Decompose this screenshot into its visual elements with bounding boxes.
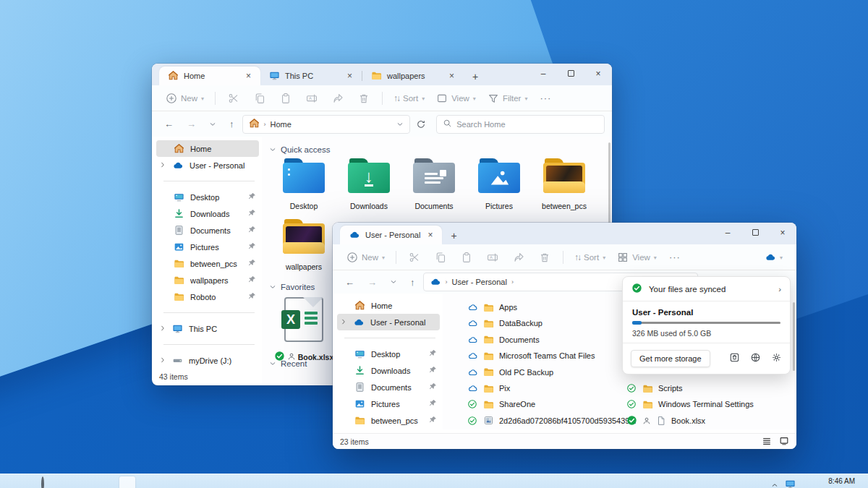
section-recent[interactable]: Recent <box>269 359 307 368</box>
view-button[interactable]: View ▾ <box>431 90 481 107</box>
taskbar-icon-skype-app[interactable] <box>221 478 233 488</box>
file-row[interactable]: Windows Terminal Settings <box>626 397 754 411</box>
search-box[interactable] <box>436 115 605 134</box>
breadcrumb-item[interactable]: User - Personal <box>452 278 507 286</box>
taskbar-icon-widgets-app[interactable] <box>61 478 72 488</box>
search-input[interactable] <box>456 120 550 129</box>
taskbar-icon-purple-app[interactable] <box>280 478 292 488</box>
large-icons-view-icon[interactable] <box>779 436 789 448</box>
delete-icon[interactable] <box>532 248 557 267</box>
sort-button[interactable]: ↑↓ Sort ▾ <box>569 249 610 265</box>
maximize-button[interactable] <box>557 64 584 84</box>
cut-icon[interactable] <box>221 89 246 108</box>
paste-icon[interactable] <box>273 89 298 108</box>
file-row[interactable]: Scripts <box>626 381 683 395</box>
chevron-right-icon[interactable] <box>159 161 166 170</box>
file-row[interactable]: ShareOne <box>467 397 535 411</box>
sidebar-item-home[interactable]: Home <box>337 297 440 314</box>
sidebar-item-pictures[interactable]: Pictures <box>337 395 440 412</box>
new-button[interactable]: New ▾ <box>161 90 209 107</box>
file-row[interactable]: 2d2d6ad072086bf4105700d5935439... <box>467 414 637 428</box>
up-icon[interactable]: ↑ <box>405 277 420 288</box>
share-icon[interactable] <box>326 89 350 108</box>
tab-user-personal[interactable]: User - Personal × <box>340 226 442 244</box>
refresh-icon[interactable] <box>413 119 429 129</box>
quick-access-tile-between-pcs[interactable]: between_pcs <box>532 158 596 210</box>
taskbar-icon-search-button[interactable] <box>41 478 53 488</box>
sidebar-item-home[interactable]: Home <box>156 140 259 157</box>
file-row[interactable]: Documents <box>467 333 540 347</box>
new-button[interactable]: New ▾ <box>341 249 390 266</box>
tray-network-icon[interactable] <box>785 479 796 488</box>
chevron-right-icon[interactable]: › <box>778 285 781 294</box>
sidebar-item-documents[interactable]: Documents <box>337 379 440 395</box>
get-more-storage-button[interactable]: Get more storage <box>631 350 710 367</box>
back-icon[interactable]: ← <box>159 119 179 129</box>
taskbar-icon-teams-app[interactable] <box>202 478 213 488</box>
taskbar-icon-gray-app[interactable] <box>299 478 311 488</box>
minimize-button[interactable]: – <box>714 223 741 243</box>
breadcrumb[interactable]: › Home <box>242 115 411 134</box>
tab-close-icon[interactable]: × <box>425 230 435 240</box>
maximize-button[interactable] <box>741 223 769 243</box>
sort-button[interactable]: ↑↓ Sort ▾ <box>388 90 430 106</box>
close-button[interactable]: × <box>584 64 612 84</box>
more-options-icon[interactable]: ··· <box>534 93 557 103</box>
view-button[interactable]: View ▾ <box>612 249 662 266</box>
content-scrollbar[interactable] <box>793 302 795 371</box>
cut-icon[interactable] <box>402 248 427 267</box>
file-row[interactable]: Microsoft Teams Chat Files <box>467 348 595 363</box>
taskbar-icon-store-app[interactable] <box>100 478 111 488</box>
filter-button[interactable]: Filter ▾ <box>482 90 533 107</box>
recycle-bin-icon[interactable] <box>729 352 740 366</box>
breadcrumb-item[interactable]: Home <box>271 120 292 129</box>
file-row[interactable]: Old PC Backup <box>467 365 553 380</box>
taskbar-icon-printer-app[interactable] <box>163 478 174 488</box>
globe-icon[interactable] <box>750 352 761 366</box>
taskbar-icon-this-pc-app[interactable] <box>143 478 155 488</box>
quick-access-tile-pictures[interactable]: Pictures <box>467 158 531 210</box>
sync-status-row[interactable]: Your files are synced › <box>623 277 790 301</box>
sidebar-item-user-personal[interactable]: User - Personal <box>337 314 440 330</box>
more-options-icon[interactable]: ··· <box>663 252 686 262</box>
sidebar-item-desktop[interactable]: Desktop <box>156 189 259 205</box>
quick-access-tile-desktop[interactable]: Desktop <box>272 158 336 210</box>
onedrive-button[interactable]: ▾ <box>760 249 788 265</box>
tab-this-pc[interactable]: This PC × <box>260 67 362 85</box>
sidebar-item-between-pcs[interactable]: between_pcs <box>156 255 259 272</box>
sidebar-item-documents[interactable]: Documents <box>156 222 259 239</box>
tray-chevron-icon[interactable] <box>771 479 778 488</box>
close-button[interactable]: × <box>769 223 796 243</box>
section-quick-access[interactable]: Quick access <box>269 145 330 154</box>
taskbar-icon-file-explorer-app[interactable] <box>119 476 135 488</box>
sidebar-item-wallpapers[interactable]: wallpapers <box>156 272 259 288</box>
chevron-right-icon[interactable] <box>159 325 166 333</box>
address-dropdown-icon[interactable] <box>396 121 404 128</box>
sidebar-item-this-pc[interactable]: This PC <box>156 320 259 337</box>
sidebar-item-user-personal[interactable]: User - Personal <box>156 157 259 174</box>
paste-icon[interactable] <box>454 248 479 267</box>
file-row[interactable]: DataBackup <box>467 316 542 330</box>
up-icon[interactable]: ↑ <box>224 119 239 129</box>
sidebar-item-pictures[interactable]: Pictures <box>156 239 259 255</box>
sidebar-item-roboto[interactable]: Roboto <box>156 288 259 305</box>
sidebar-item-downloads[interactable]: Downloads <box>156 205 259 222</box>
new-tab-button[interactable]: + <box>442 230 465 244</box>
new-tab-button[interactable]: + <box>464 71 487 85</box>
chevron-right-icon[interactable] <box>159 356 166 365</box>
file-row[interactable]: Pix <box>467 381 510 395</box>
quick-access-tile-documents[interactable]: Documents <box>402 158 466 210</box>
taskbar-icon-green-app[interactable] <box>260 478 272 488</box>
forward-icon[interactable]: → <box>362 277 382 288</box>
back-icon[interactable]: ← <box>340 277 359 288</box>
minimize-button[interactable]: – <box>529 64 557 84</box>
rename-icon[interactable]: A <box>299 89 324 108</box>
details-view-icon[interactable] <box>762 436 772 448</box>
sidebar-item-downloads[interactable]: Downloads <box>337 362 440 379</box>
favorite-tile-book-xlsx[interactable]: X Book.xlsx <box>272 297 336 363</box>
section-favorites[interactable]: Favorites <box>269 283 315 291</box>
taskbar-clock[interactable]: 8:46 AM <box>828 477 855 485</box>
taskbar-icon-camera-app[interactable] <box>182 478 194 488</box>
tab-home[interactable]: Home × <box>159 67 260 85</box>
file-row[interactable]: Book.xlsx <box>626 414 705 428</box>
